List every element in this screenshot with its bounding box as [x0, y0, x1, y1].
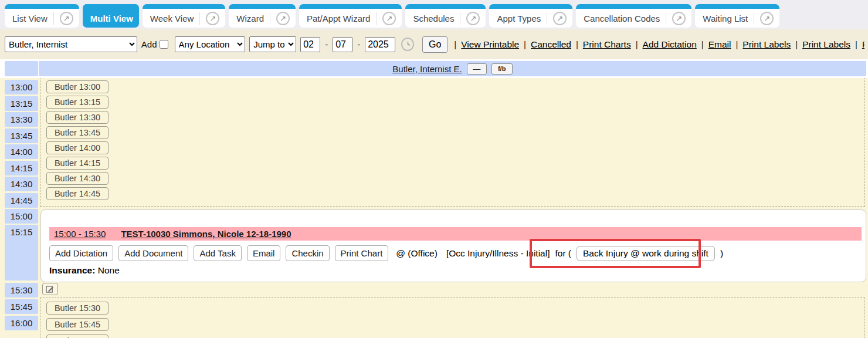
tab-accent-strip — [229, 4, 296, 9]
open-slot-region: Butler 15:30 Butler 15:45 Butler 16:00 — [40, 298, 865, 338]
appointment-reason-field[interactable]: Back Injury @ work during shift — [577, 246, 715, 261]
tab-appt-types[interactable]: Appt Types ↗ — [489, 4, 572, 28]
slot-button[interactable]: Butler 15:45 — [46, 318, 108, 331]
insurance-line: Insurance: None — [49, 265, 120, 276]
tab-label: Multi View — [90, 13, 133, 23]
tab-accent-strip — [83, 4, 139, 9]
add-provider-checkbox[interactable] — [160, 40, 168, 49]
print-chart-button[interactable]: Print Chart — [335, 245, 389, 261]
external-link-icon: ↗ — [466, 12, 480, 25]
time-label: 13:45 — [5, 129, 38, 143]
tab-schedules[interactable]: Schedules ↗ — [405, 4, 486, 28]
open-slot-region: Butler 13:00 Butler 13:15 Butler 13:30 B… — [40, 78, 865, 207]
appointment-time-link[interactable]: 15:00 - 15:30 — [54, 229, 106, 239]
open-external-button[interactable]: ↗ — [666, 12, 686, 25]
tab-multi-view[interactable]: Multi View — [83, 4, 139, 28]
tab-list-view[interactable]: List View ↗ — [5, 4, 79, 28]
provider-select[interactable]: Butler, Internist — [5, 36, 137, 52]
slot-button[interactable]: Butler 13:30 — [46, 111, 108, 124]
add-task-button[interactable]: Add Task — [194, 245, 241, 261]
external-link-icon: ↗ — [760, 12, 774, 25]
slot-button[interactable]: Butler 14:00 — [46, 141, 108, 154]
tab-label: Waiting List — [703, 13, 748, 23]
clock-icon[interactable] — [401, 38, 414, 51]
tab-wizard[interactable]: Wizard ↗ — [229, 4, 296, 28]
add-dictation-button[interactable]: Add Dictation — [49, 245, 113, 261]
tab-waiting-list[interactable]: Waiting List ↗ — [695, 4, 779, 28]
print-charts-link[interactable]: Print Charts — [583, 39, 631, 50]
location-select[interactable]: Any Location — [175, 36, 246, 52]
appointment-card: 15:00 - 15:30 TEST-10030 Simmons, Nicole… — [40, 209, 866, 282]
slot-button[interactable]: Butler 13:45 — [46, 126, 108, 139]
insurance-label: Insurance: — [49, 265, 95, 275]
go-button[interactable]: Go — [422, 36, 447, 53]
tab-accent-strip — [299, 4, 402, 9]
open-external-button[interactable]: ↗ — [754, 12, 774, 25]
tab-accent-strip — [489, 4, 572, 9]
date-year-input[interactable] — [365, 37, 395, 52]
date-day-input[interactable] — [333, 37, 352, 52]
external-link-icon: ↗ — [60, 12, 73, 25]
open-external-button[interactable]: ↗ — [547, 12, 567, 25]
tab-accent-strip — [143, 4, 225, 9]
external-link-icon: ↗ — [672, 12, 686, 25]
tab-label: Schedules — [413, 13, 454, 23]
time-label: 15:15 — [5, 225, 38, 280]
slot-button[interactable]: Butler 15:30 — [46, 302, 108, 315]
slot-button[interactable]: Butler 14:15 — [46, 157, 108, 170]
pencil-icon — [46, 285, 55, 293]
run-all-link[interactable]: Run All — [862, 39, 864, 50]
minimize-column-button[interactable]: — — [467, 63, 487, 75]
time-label: 15:30 — [5, 283, 38, 298]
jump-to-select[interactable]: Jump to — [249, 36, 296, 52]
edit-note-button[interactable] — [42, 283, 58, 295]
time-label: 15:00 — [5, 209, 38, 224]
slot-button[interactable]: Butler 14:45 — [46, 187, 108, 200]
tab-label: Pat/Appt Wizard — [307, 13, 370, 23]
external-link-icon: ↗ — [553, 12, 567, 25]
tab-accent-strip — [576, 4, 691, 9]
appointment-header-bar: 15:00 - 15:30 TEST-10030 Simmons, Nicole… — [49, 227, 862, 241]
tab-label: Cancellation Codes — [584, 13, 660, 23]
cancelled-link[interactable]: Cancelled — [531, 39, 571, 50]
tab-cancellation-codes[interactable]: Cancellation Codes ↗ — [576, 4, 691, 28]
external-link-icon: ↗ — [206, 12, 219, 25]
email-link[interactable]: Email — [708, 39, 731, 50]
appointment-actions: Add Dictation Add Document Add Task Emai… — [49, 245, 723, 261]
view-printable-link[interactable]: View Printable — [461, 39, 519, 50]
open-external-button[interactable]: ↗ — [270, 12, 290, 25]
open-external-button[interactable]: ↗ — [376, 12, 396, 25]
print-labels-link-2[interactable]: Print Labels — [802, 39, 850, 50]
tab-pat-appt-wizard[interactable]: Pat/Appt Wizard ↗ — [299, 4, 402, 28]
link-separator: | — [735, 39, 738, 49]
date-month-input[interactable] — [300, 37, 320, 52]
tab-accent-strip — [5, 4, 79, 9]
time-label: 14:15 — [5, 161, 38, 175]
slot-button[interactable]: Butler 13:00 — [46, 80, 108, 93]
add-dictation-link[interactable]: Add Dictation — [643, 39, 697, 50]
patient-name-link[interactable]: TEST-10030 Simmons, Nicole 12-18-1990 — [121, 229, 291, 239]
add-document-button[interactable]: Add Document — [118, 245, 188, 261]
provider-header-band: Butler, Internist E. — f/b — [0, 59, 868, 78]
provider-name-link[interactable]: Butler, Internist E. — [392, 64, 462, 74]
insurance-value: None — [98, 265, 120, 275]
link-separator: | — [795, 39, 798, 49]
slot-button[interactable]: Butler 13:15 — [46, 96, 108, 109]
open-external-button[interactable]: ↗ — [53, 12, 73, 25]
fb-toggle-button[interactable]: f/b — [491, 63, 513, 75]
open-external-button[interactable]: ↗ — [199, 12, 219, 25]
link-separator: | — [701, 39, 704, 49]
slot-button[interactable]: Butler 14:30 — [46, 172, 108, 185]
schedule-grid: 13:00 13:15 13:30 13:45 14:00 14:15 14:3… — [0, 78, 868, 338]
email-button[interactable]: Email — [247, 245, 281, 261]
open-external-button[interactable]: ↗ — [460, 12, 480, 25]
tab-accent-strip — [405, 4, 486, 9]
tab-accent-strip — [695, 4, 779, 9]
tab-week-view[interactable]: Week View ↗ — [143, 4, 225, 28]
checkin-button[interactable]: Checkin — [286, 245, 329, 261]
link-separator: | — [576, 39, 578, 49]
print-labels-link[interactable]: Print Labels — [742, 39, 791, 50]
appointment-for-text: for ( — [555, 248, 571, 259]
slot-button[interactable]: Butler 16:00 — [46, 334, 108, 338]
tab-label: Appt Types — [497, 13, 541, 23]
